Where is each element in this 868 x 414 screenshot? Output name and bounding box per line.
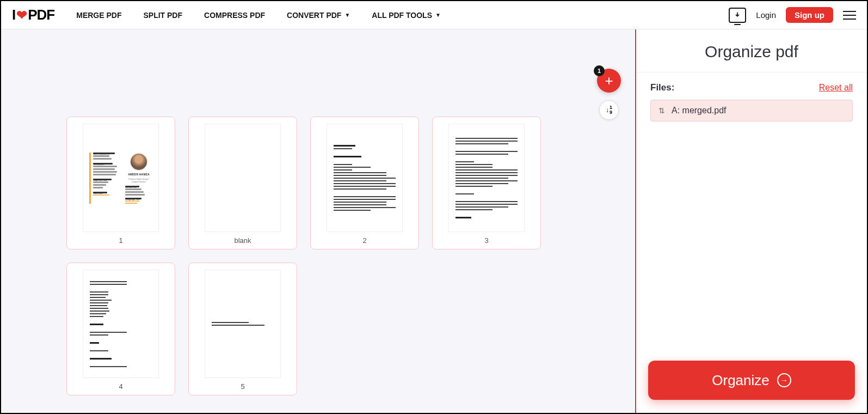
page-thumbnail: Work Experience Certificates Expertise S… [83, 124, 159, 232]
nav-convert[interactable]: CONVERT PDF ▼ [287, 11, 350, 20]
nav: MERGE PDF SPLIT PDF COMPRESS PDF CONVERT… [76, 11, 441, 20]
add-file-button[interactable]: 1 + [597, 69, 621, 93]
sidebar-title: Organize pdf [636, 29, 867, 72]
page-thumbnail [205, 270, 281, 378]
nav-compress[interactable]: COMPRESS PDF [204, 11, 265, 20]
page-tile[interactable]: 5 [188, 263, 297, 395]
chevron-down-icon: ▼ [344, 12, 350, 18]
nav-alltools[interactable]: ALL PDF TOOLS ▼ [372, 11, 441, 20]
heart-icon: ❤ [16, 8, 27, 23]
page-label: 5 [241, 382, 244, 391]
page-label: 2 [362, 236, 366, 245]
page-thumbnail [448, 124, 525, 232]
page-tile[interactable]: 3 [432, 117, 541, 249]
file-count-badge: 1 [594, 65, 605, 76]
download-desktop-icon[interactable] [729, 8, 746, 23]
main: 1 + ↓ 19 Work Experience Certificates [1, 29, 867, 413]
page-label: 4 [119, 382, 122, 391]
signup-button[interactable]: Sign up [786, 7, 833, 23]
page-tile[interactable]: Work Experience Certificates Expertise S… [66, 117, 175, 249]
menu-icon[interactable] [843, 11, 856, 20]
nav-split[interactable]: SPLIT PDF [143, 11, 182, 20]
page-thumbnail [83, 270, 159, 378]
plus-icon: + [605, 72, 613, 89]
page-tile[interactable]: blank [188, 117, 297, 249]
page-tile[interactable]: 4 [66, 263, 175, 395]
sidebar: Organize pdf Files: Reset all ⇅ A: merge… [635, 29, 867, 413]
file-item[interactable]: ⇅ A: merged.pdf [650, 100, 853, 121]
canvas: 1 + ↓ 19 Work Experience Certificates [1, 29, 635, 413]
page-tile[interactable]: 2 [310, 117, 419, 249]
page-thumbnail [327, 124, 403, 232]
page-label: blank [234, 236, 251, 245]
reset-all-link[interactable]: Reset all [819, 83, 853, 93]
file-name: A: merged.pdf [672, 106, 727, 115]
chevron-down-icon: ▼ [435, 12, 441, 18]
login-link[interactable]: Login [756, 10, 776, 20]
top-header: I ❤ PDF MERGE PDF SPLIT PDF COMPRESS PDF… [1, 1, 867, 29]
files-label: Files: [650, 82, 674, 93]
nav-merge[interactable]: MERGE PDF [76, 11, 121, 20]
sort-arrow-icon: ↓ [606, 106, 609, 114]
sort-button[interactable]: ↓ 19 [599, 100, 619, 120]
pages-grid: Work Experience Certificates Expertise S… [66, 117, 567, 395]
header-right: Login Sign up [729, 7, 856, 23]
organize-button[interactable]: Organize → [648, 361, 855, 400]
logo[interactable]: I ❤ PDF [12, 7, 54, 23]
drag-handle-icon[interactable]: ⇅ [658, 106, 665, 115]
page-label: 1 [119, 236, 122, 245]
arrow-right-icon: → [777, 373, 791, 387]
avatar [130, 153, 148, 171]
page-label: 3 [484, 236, 488, 245]
fab-container: 1 + ↓ 19 [597, 69, 621, 120]
sidebar-body: Files: Reset all ⇅ A: merged.pdf [636, 72, 867, 361]
page-thumbnail [205, 124, 281, 232]
